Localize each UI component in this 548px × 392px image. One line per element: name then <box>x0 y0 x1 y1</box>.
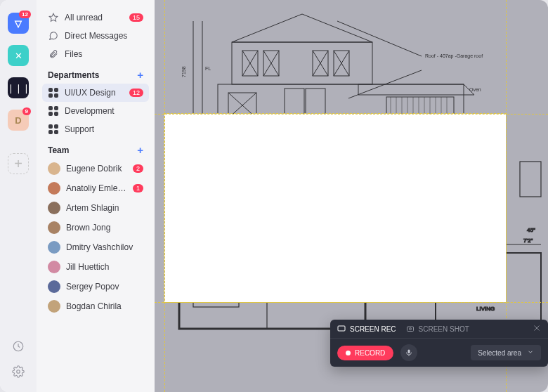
sidebar-item-label: UI/UX Design <box>65 88 124 98</box>
sidebar-team-member[interactable]: Sergey Popov <box>42 277 149 296</box>
member-name: Artem Shlagin <box>66 203 143 213</box>
svg-rect-67 <box>407 327 413 332</box>
avatar <box>48 300 60 313</box>
capture-mode-dropdown[interactable]: Selected area <box>471 345 541 360</box>
unread-badge: 2 <box>133 164 143 173</box>
sidebar-department-item[interactable]: Support <box>42 120 149 138</box>
notification-badge: 9 <box>22 107 31 115</box>
svg-rect-66 <box>338 326 345 331</box>
add-workspace-button[interactable]: + <box>8 153 29 174</box>
add-team-member-button[interactable]: + <box>137 144 143 156</box>
sidebar-team-member[interactable]: Brown Jong <box>42 218 149 237</box>
app-iconbar: ▽12✕❘❘❘D9 + <box>0 0 37 392</box>
sidebar-item-label: Direct Messages <box>65 31 143 41</box>
app-glyph: ❘❘❘ <box>7 83 30 93</box>
member-name: Bogdan Chirila <box>66 301 143 311</box>
svg-text:LIVING: LIVING <box>476 306 495 312</box>
svg-rect-4 <box>232 42 372 84</box>
sidebar-team-member[interactable]: Jill Huettich <box>42 257 149 277</box>
section-team: Team + <box>42 138 149 159</box>
unread-badge: 15 <box>129 13 143 22</box>
svg-text:7198: 7198 <box>181 66 186 77</box>
svg-point-1 <box>17 370 20 374</box>
avatar <box>48 221 60 234</box>
app-shell: ▽12✕❘❘❘D9 + All unread 15 Direct Messag <box>0 0 548 392</box>
sidebar-item-label: Support <box>65 124 143 134</box>
sidebar-all-unread[interactable]: All unread 15 <box>42 8 149 27</box>
svg-marker-13 <box>358 84 474 95</box>
svg-marker-3 <box>232 14 372 42</box>
unread-badge: 1 <box>133 184 143 192</box>
canvas-area[interactable]: 2.50 2.60 3.00 LIVING 7' <box>155 0 548 392</box>
sidebar-team-member[interactable]: Dmitry Vashchilov <box>42 237 149 257</box>
paperclip-icon <box>48 48 59 60</box>
svg-text:Oven: Oven <box>469 87 481 92</box>
clock-icon[interactable] <box>12 340 25 355</box>
dropdown-value: Selected area <box>478 349 521 357</box>
svg-text:45": 45" <box>527 227 535 233</box>
screen-recorder-panel: SCREEN REC SCREEN SHOT RECORD <box>330 320 548 367</box>
svg-rect-55 <box>520 162 541 197</box>
grid-icon <box>48 105 59 117</box>
sidebar-team-member[interactable]: Eugene Dobrik2 <box>42 159 149 178</box>
sidebar-department-item[interactable]: Development <box>42 102 149 120</box>
grid-icon <box>48 124 59 135</box>
svg-text:Roof - 407ap
-Garage roof: Roof - 407ap -Garage roof <box>425 53 483 59</box>
avatar <box>48 162 60 175</box>
microphone-button[interactable] <box>400 344 417 361</box>
sidebar-department-item[interactable]: UI/UX Design12 <box>42 84 149 102</box>
avatar <box>48 261 60 273</box>
guide-line <box>164 0 165 392</box>
chat-icon <box>48 30 59 41</box>
avatar <box>48 241 60 254</box>
sidebar-team-member[interactable]: Artem Shlagin <box>42 198 149 218</box>
close-icon[interactable] <box>533 324 541 334</box>
sidebar-team-member[interactable]: Anatoliy Emleninov1 <box>42 178 149 198</box>
section-title: Departments <box>48 70 99 80</box>
guide-line <box>155 114 548 115</box>
workspace-icon[interactable]: ❘❘❘ <box>8 77 29 98</box>
add-department-button[interactable]: + <box>137 69 143 81</box>
sidebar-item-label: All unread <box>65 13 124 22</box>
sidebar-direct-messages[interactable]: Direct Messages <box>42 27 149 45</box>
sidebar-item-label: Development <box>65 106 143 116</box>
svg-text:7'2": 7'2" <box>523 237 533 244</box>
app-glyph: ✕ <box>15 51 22 61</box>
member-name: Jill Huettich <box>66 262 143 272</box>
workspace-icon[interactable]: D9 <box>8 110 29 131</box>
chevron-down-icon <box>527 348 534 357</box>
record-label: RECORD <box>355 349 385 357</box>
section-title: Team <box>48 145 69 155</box>
svg-text:FL: FL <box>205 66 211 71</box>
sidebar: All unread 15 Direct Messages Files Depa… <box>37 0 155 392</box>
workspace-icon[interactable]: ✕ <box>8 45 29 66</box>
avatar <box>48 202 60 214</box>
avatar <box>48 280 60 293</box>
tab-label: SCREEN REC <box>350 325 396 333</box>
sidebar-item-label: Files <box>65 49 143 59</box>
guide-line <box>155 302 548 303</box>
settings-icon[interactable] <box>12 365 25 381</box>
sidebar-team-member[interactable]: Bogdan Chirila <box>42 296 149 316</box>
section-departments: Departments + <box>42 63 149 84</box>
svg-marker-2 <box>49 13 58 21</box>
member-name: Dmitry Vashchilov <box>66 242 143 252</box>
svg-point-68 <box>409 328 411 330</box>
tab-label: SCREEN SHOT <box>419 325 469 333</box>
tab-screen-rec[interactable]: SCREEN REC <box>337 325 396 333</box>
record-button[interactable]: RECORD <box>337 346 393 360</box>
svg-line-26 <box>337 21 422 56</box>
workspace-icon[interactable]: ▽12 <box>8 13 29 34</box>
grid-icon <box>48 87 59 98</box>
avatar <box>48 182 60 195</box>
record-dot-icon <box>346 351 351 355</box>
plus-icon: + <box>14 157 22 171</box>
member-name: Eugene Dobrik <box>66 164 127 174</box>
app-glyph: ▽ <box>15 18 22 29</box>
app-glyph: D <box>15 115 21 126</box>
notification-badge: 12 <box>19 11 31 18</box>
selection-area[interactable] <box>164 114 506 302</box>
tab-screen-shot[interactable]: SCREEN SHOT <box>406 325 469 333</box>
member-name: Sergey Popov <box>66 282 143 292</box>
sidebar-files[interactable]: Files <box>42 45 149 63</box>
